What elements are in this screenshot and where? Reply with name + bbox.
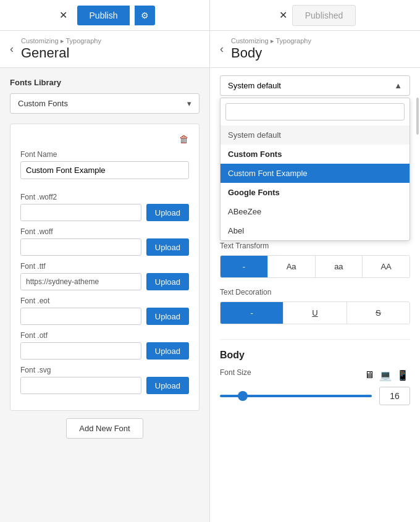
font-size-label: Font Size <box>220 368 251 377</box>
font-svg-input-row: Upload <box>20 377 189 394</box>
text-transform-label: Text Transform <box>220 242 410 250</box>
font-woff-input-row: Upload <box>20 238 189 256</box>
font-woff2-input[interactable] <box>20 204 141 221</box>
font-woff-label: Font .woff <box>20 227 189 236</box>
font-ttf-input[interactable] <box>20 273 141 290</box>
underline-icon: U <box>312 308 317 318</box>
publish-button[interactable]: Publish <box>77 6 130 25</box>
top-bar-left: ✕ Publish ⚙ <box>0 0 210 30</box>
upload-eot-button[interactable]: Upload <box>146 308 189 325</box>
subtitle-left: ‹ Customizing ▸ Typography General <box>0 31 210 67</box>
font-search-input[interactable] <box>225 103 405 120</box>
dropdown-system-default[interactable]: System default <box>220 125 410 145</box>
top-bar-right: ✕ Published <box>210 0 420 30</box>
font-size-value: 16 <box>379 387 410 405</box>
font-svg-label: Font .svg <box>20 366 189 374</box>
desktop-icon[interactable]: 🖥 <box>364 369 374 381</box>
font-size-slider-container: 16 <box>220 387 410 405</box>
close-button-right[interactable]: ✕ <box>274 7 292 23</box>
transform-btn-aa-lower[interactable]: aa <box>316 256 363 277</box>
font-eot-label: Font .eot <box>20 297 189 305</box>
upload-svg-button[interactable]: Upload <box>146 377 189 394</box>
font-otf-input-row: Upload <box>20 342 189 360</box>
font-ttf-input-row: Upload <box>20 273 189 290</box>
font-size-slider[interactable] <box>220 395 372 397</box>
dropdown-option-custom-font-example[interactable]: Custom Font Example <box>220 164 410 183</box>
subtitle-bar: ‹ Customizing ▸ Typography General ‹ Cus… <box>0 31 420 68</box>
fonts-library-dropdown-value: Custom Fonts <box>18 99 68 108</box>
upload-otf-button[interactable]: Upload <box>146 342 189 360</box>
gear-button[interactable]: ⚙ <box>135 6 155 25</box>
font-dropdown-value: System default <box>228 81 281 90</box>
decoration-btn-underline[interactable]: U <box>284 302 346 324</box>
breadcrumb-left: Customizing ▸ Typography General <box>21 37 101 61</box>
right-panel: System default ▲ System default Custom F… <box>210 68 420 522</box>
scrollbar[interactable] <box>416 98 419 135</box>
back-arrow-left[interactable]: ‹ <box>10 43 14 56</box>
font-eot-input[interactable] <box>20 308 141 325</box>
font-eot-row: Font .eot Upload <box>20 297 189 325</box>
dropdown-option-abeezee[interactable]: ABeeZee <box>220 202 410 221</box>
font-name-row: Font Name <box>20 150 189 187</box>
transform-btn-aa-upper[interactable]: AA <box>363 256 410 277</box>
chevron-down-icon: ▾ <box>187 99 191 108</box>
font-dropdown-container: System default ▲ System default Custom F… <box>210 68 420 96</box>
font-otf-label: Font .otf <box>20 331 189 340</box>
font-card: 🗑 Font Name Font .woff2 Upload Font .wof… <box>10 124 200 411</box>
main-content: Fonts Library Custom Fonts ▾ 🗑 Font Name… <box>0 68 420 522</box>
device-icons: 🖥 💻 📱 <box>363 369 410 381</box>
font-otf-input[interactable] <box>20 342 141 360</box>
subtitle-right: ‹ Customizing ▸ Typography Body <box>210 31 420 67</box>
decoration-btn-none[interactable]: - <box>220 302 284 324</box>
strikethrough-icon: S <box>376 308 381 318</box>
delete-icon[interactable]: 🗑 <box>179 134 189 145</box>
text-decoration-row: - U S <box>220 301 410 324</box>
font-card-header: 🗑 <box>20 134 189 145</box>
add-new-font-button[interactable]: Add New Font <box>66 418 143 439</box>
font-woff2-input-row: Upload <box>20 204 189 221</box>
font-woff2-row: Font .woff2 Upload <box>20 193 189 221</box>
text-decoration-label: Text Decoration <box>220 288 410 297</box>
font-eot-input-row: Upload <box>20 308 189 325</box>
dropdown-group-custom-fonts: Custom Fonts <box>220 145 410 164</box>
font-name-label: Font Name <box>20 150 189 159</box>
top-bar: ✕ Publish ⚙ ✕ Published <box>0 0 420 31</box>
text-transform-row: - Aa aa AA <box>220 255 410 278</box>
published-button: Published <box>292 5 356 26</box>
breadcrumb-right: Customizing ▸ Typography Body <box>231 37 311 61</box>
mobile-icon[interactable]: 📱 <box>397 369 409 381</box>
font-dropdown-trigger[interactable]: System default ▲ <box>220 75 410 96</box>
font-ttf-row: Font .ttf Upload <box>20 262 189 290</box>
upload-woff2-button[interactable]: Upload <box>146 204 189 221</box>
font-otf-row: Font .otf Upload <box>20 331 189 360</box>
upload-ttf-button[interactable]: Upload <box>146 273 189 290</box>
font-woff-input[interactable] <box>20 238 141 256</box>
chevron-up-icon: ▲ <box>394 81 402 90</box>
transform-btn-dash[interactable]: - <box>220 256 268 277</box>
decoration-btn-strikethrough[interactable]: S <box>347 302 410 324</box>
body-section: Body Font Size 🖥 💻 📱 16 <box>220 339 410 405</box>
font-ttf-label: Font .ttf <box>20 262 189 271</box>
left-panel: Fonts Library Custom Fonts ▾ 🗑 Font Name… <box>0 68 210 522</box>
font-name-input[interactable] <box>20 161 189 179</box>
upload-woff-button[interactable]: Upload <box>146 238 189 256</box>
fonts-library-dropdown[interactable]: Custom Fonts ▾ <box>10 93 200 114</box>
fonts-library-title: Fonts Library <box>10 78 200 87</box>
dropdown-option-abel[interactable]: Abel <box>220 221 410 240</box>
tablet-icon[interactable]: 💻 <box>379 369 392 381</box>
font-woff2-label: Font .woff2 <box>20 193 189 201</box>
transform-btn-aa-cap[interactable]: Aa <box>268 256 316 277</box>
close-button-left[interactable]: ✕ <box>54 7 72 23</box>
font-svg-row: Font .svg Upload <box>20 366 189 394</box>
body-section-title: Body <box>220 350 410 361</box>
font-woff-row: Font .woff Upload <box>20 227 189 256</box>
dropdown-group-google-fonts: Google Fonts <box>220 183 410 202</box>
back-arrow-right[interactable]: ‹ <box>220 43 224 56</box>
font-svg-input[interactable] <box>20 377 141 394</box>
font-dropdown-list: System default Custom Fonts Custom Font … <box>220 98 410 241</box>
